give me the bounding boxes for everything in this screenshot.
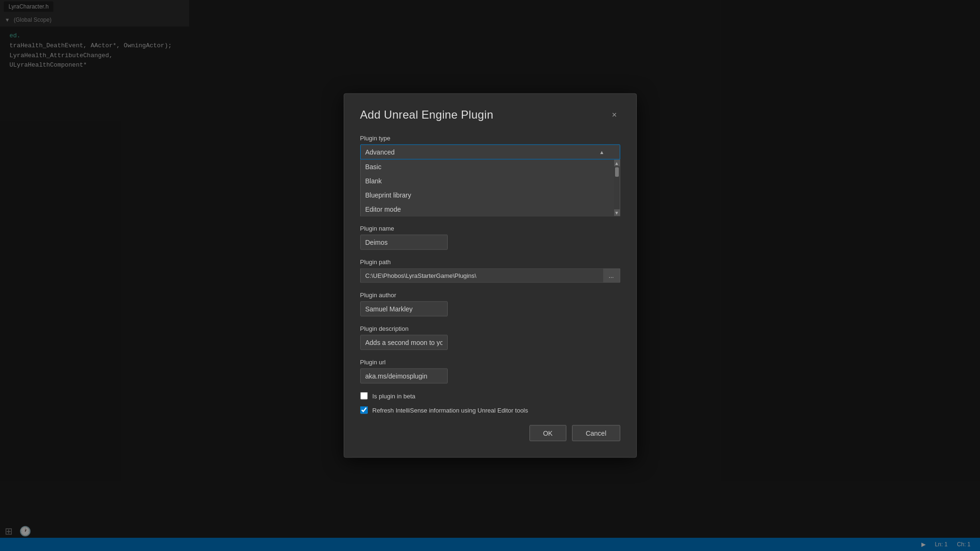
plugin-url-input[interactable] [360,369,448,384]
dialog-title: Add Unreal Engine Plugin [360,108,494,121]
plugin-path-label: Plugin path [360,258,620,266]
option-editor-mode[interactable]: Editor mode [361,202,620,216]
plugin-url-label: Plugin url [360,359,620,366]
plugin-author-group: Plugin author [360,292,620,317]
selected-option-text: Advanced [365,148,395,156]
scroll-up-arrow[interactable]: ▲ [614,160,620,166]
plugin-description-label: Plugin description [360,325,620,332]
add-plugin-dialog: Add Unreal Engine Plugin × Plugin type A… [344,94,637,458]
ok-button[interactable]: OK [529,425,566,441]
is-beta-row: Is plugin in beta [360,392,620,400]
option-blueprint-library[interactable]: Blueprint library [361,188,620,202]
plugin-url-group: Plugin url [360,359,620,384]
plugin-type-options-list[interactable]: Basic Blank Blueprint library Editor mod… [360,160,620,216]
is-beta-checkbox[interactable] [360,392,368,400]
option-basic[interactable]: Basic [361,160,620,174]
plugin-path-input[interactable] [360,268,603,283]
close-button[interactable]: × [609,109,620,121]
cancel-button[interactable]: Cancel [572,425,620,441]
option-blank[interactable]: Blank [361,174,620,188]
plugin-name-input[interactable] [360,235,448,250]
refresh-intellisense-label: Refresh IntelliSense information using U… [373,406,529,413]
plugin-author-label: Plugin author [360,292,620,299]
scroll-thumb [615,167,619,177]
plugin-type-dropdown[interactable]: Advanced ▲ Basic Blank Blueprint library… [360,145,620,216]
dialog-footer: OK Cancel [360,425,620,441]
plugin-type-group: Plugin type Advanced ▲ Basic Blank Bluep… [360,135,620,216]
is-beta-label: Is plugin in beta [373,392,416,399]
plugin-description-group: Plugin description [360,325,620,350]
plugin-name-group: Plugin name [360,225,620,250]
plugin-author-input[interactable] [360,301,448,317]
dropdown-selected-value[interactable]: Advanced ▲ [360,145,620,160]
plugin-description-input[interactable] [360,335,448,350]
plugin-path-browse-button[interactable]: ... [603,268,620,283]
refresh-intellisense-checkbox[interactable] [360,406,368,414]
plugin-path-group: Plugin path ... [360,258,620,283]
plugin-type-label: Plugin type [360,135,620,142]
plugin-name-label: Plugin name [360,225,620,232]
plugin-path-row: ... [360,268,620,283]
scroll-down-arrow[interactable]: ▼ [614,209,620,216]
dropdown-scrollbar[interactable]: ▲ ▼ [614,160,620,216]
dialog-header: Add Unreal Engine Plugin × [360,108,620,121]
refresh-intellisense-row: Refresh IntelliSense information using U… [360,406,620,414]
dropdown-scroll-indicator: ▲ [599,149,605,155]
